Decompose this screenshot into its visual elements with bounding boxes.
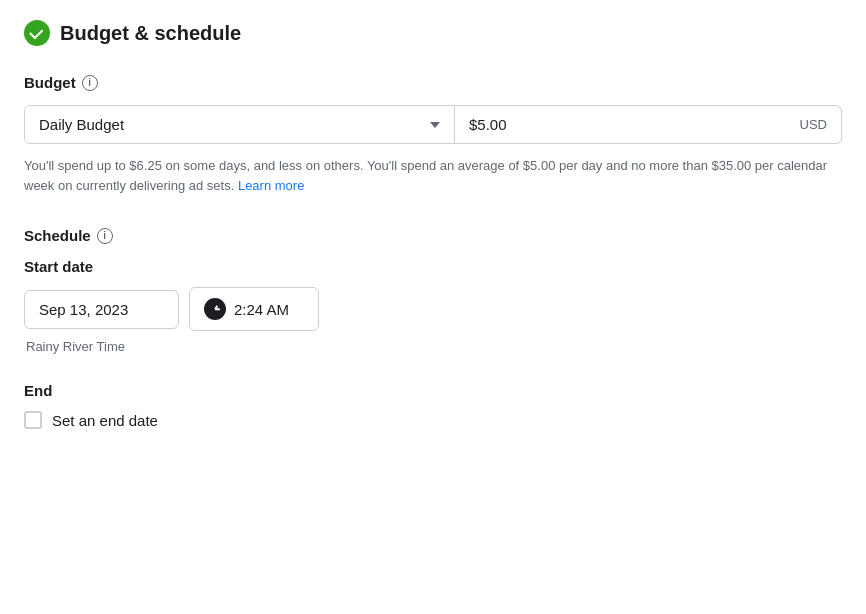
budget-amount-field: USD [455,106,841,143]
start-date-field[interactable]: Sep 13, 2023 [24,290,179,329]
schedule-section: Schedule i Start date Sep 13, 2023 2:24 … [24,227,842,429]
budget-amount-input[interactable] [469,116,787,133]
clock-icon [204,298,226,320]
start-date-value: Sep 13, 2023 [39,301,128,318]
set-end-date-checkbox[interactable] [24,411,42,429]
budget-info-icon[interactable]: i [82,75,98,91]
schedule-label: Schedule i [24,227,842,244]
dropdown-arrow-icon [430,122,440,128]
budget-type-label: Daily Budget [39,116,124,133]
budget-description-text: You'll spend up to $6.25 on some days, a… [24,158,827,193]
end-date-row: Set an end date [24,411,842,429]
start-date-heading: Start date [24,258,842,275]
budget-section: Budget i Daily Budget USD You'll spend u… [24,74,842,195]
start-time-value: 2:24 AM [234,301,289,318]
clock-face [209,303,222,316]
page-title: Budget & schedule [60,22,241,45]
budget-label-text: Budget [24,74,76,91]
timezone-label: Rainy River Time [26,339,842,354]
schedule-info-icon[interactable]: i [97,228,113,244]
success-check-icon [24,20,50,46]
start-time-field[interactable]: 2:24 AM [189,287,319,331]
datetime-row: Sep 13, 2023 2:24 AM [24,287,842,331]
set-end-date-label: Set an end date [52,412,158,429]
budget-label: Budget i [24,74,842,91]
end-section: End Set an end date [24,382,842,429]
learn-more-link[interactable]: Learn more [238,178,304,193]
budget-row: Daily Budget USD [24,105,842,144]
budget-description: You'll spend up to $6.25 on some days, a… [24,156,842,195]
currency-label: USD [800,117,827,132]
schedule-label-text: Schedule [24,227,91,244]
end-label: End [24,382,842,399]
budget-type-dropdown[interactable]: Daily Budget [25,106,455,143]
